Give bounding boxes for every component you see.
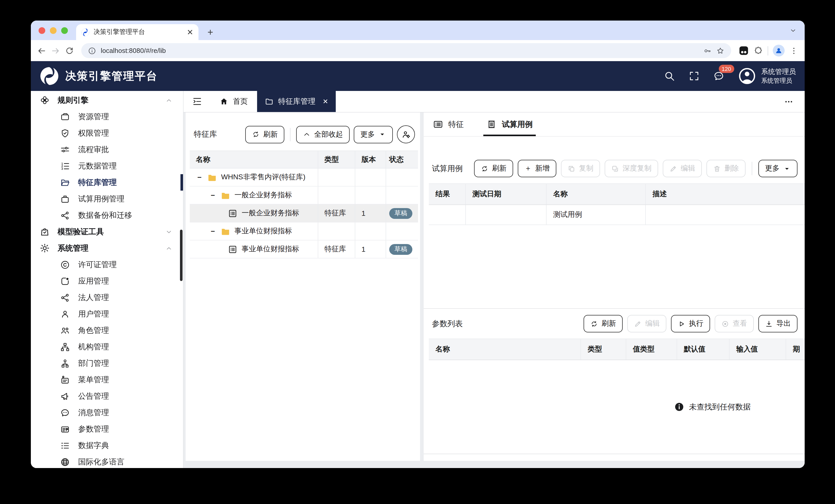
share-icon <box>60 210 70 220</box>
sidebar-item-testcase-mgmt[interactable]: 试算用例管理 <box>31 191 183 207</box>
new-tab-button[interactable]: + <box>203 24 218 40</box>
address-bar[interactable]: localhost:8080/#/re/lib <box>81 43 731 58</box>
sidebar-item-message-mgmt[interactable]: 消息管理 <box>31 404 183 421</box>
more-button[interactable]: 更多 <box>758 160 797 177</box>
tree-row-general-library-selected[interactable]: 一般企业财务指标 特征库 1 草稿 <box>190 205 418 223</box>
sidebar-item-permission-mgmt[interactable]: 权限管理 <box>31 125 183 141</box>
tab-close-icon[interactable]: ✕ <box>187 28 193 36</box>
parameter-title: 参数列表 <box>432 319 463 329</box>
fullscreen-icon[interactable] <box>688 70 699 82</box>
testcase-row[interactable]: 测试用例 <box>429 205 805 225</box>
back-button[interactable] <box>37 46 46 55</box>
tree-row-institution-library[interactable]: 事业单位财报指标 特征库 1 草稿 <box>190 240 418 258</box>
chevron-down-icon[interactable] <box>166 228 172 235</box>
tab-close-icon[interactable]: ✕ <box>323 98 328 105</box>
edit-button[interactable]: 编辑 <box>627 315 666 332</box>
export-button[interactable]: 导出 <box>758 315 797 332</box>
maximize-window-button[interactable] <box>61 27 68 34</box>
tree-row-whns[interactable]: − WHNS非零售内评(特征库) <box>190 169 418 187</box>
sidebar-item-resource-mgmt[interactable]: 资源管理 <box>31 108 183 125</box>
folder-tab-icon <box>265 97 273 106</box>
tab-feature-library-active[interactable]: 特征库管理 ✕ <box>257 91 336 112</box>
refresh-button[interactable]: 刷新 <box>584 315 623 332</box>
search-icon[interactable] <box>664 70 675 82</box>
window-controls <box>39 27 68 34</box>
tree-collapse-icon[interactable]: − <box>209 191 217 200</box>
bookmark-star-icon[interactable] <box>716 46 725 55</box>
dark-extension-icon[interactable] <box>738 45 749 56</box>
refresh-icon <box>590 320 598 328</box>
toolbar-divider <box>290 128 290 141</box>
forward-button[interactable] <box>51 46 60 55</box>
page-tab-bar: 首页 特征库管理 ✕ <box>184 91 805 112</box>
refresh-button[interactable]: 刷新 <box>474 160 513 177</box>
user-settings-round-button[interactable] <box>397 125 415 143</box>
sidebar-item-license-mgmt[interactable]: 许可证管理 <box>31 256 183 273</box>
collapse-all-button[interactable]: 全部收起 <box>296 126 350 143</box>
chevron-up-icon[interactable] <box>166 97 172 104</box>
copyright-icon <box>60 260 70 270</box>
sidebar-item-workflow-approval[interactable]: 流程审批 <box>31 141 183 158</box>
tab-overflow-chevron-icon[interactable] <box>790 27 796 34</box>
sidebar-item-role-mgmt[interactable]: 角色管理 <box>31 322 183 339</box>
view-button[interactable]: 查看 <box>715 315 754 332</box>
tab-test-cases-active[interactable]: 试算用例 <box>486 112 533 136</box>
sidebar-item-i18n[interactable]: 国际化多语言 <box>31 454 183 468</box>
app-square-icon <box>60 276 70 286</box>
browser-profile-avatar[interactable] <box>773 45 785 57</box>
close-window-button[interactable] <box>39 27 45 34</box>
sidebar-group-rule-engine[interactable]: 规则引擎 <box>31 92 183 108</box>
sidebar-item-announcement-mgmt[interactable]: 公告管理 <box>31 388 183 404</box>
sidebar-scrollbar-thumb[interactable] <box>180 230 183 281</box>
horizontal-scrollbar-track[interactable] <box>424 454 805 461</box>
browser-tab[interactable]: 决策引擎管理平台 ✕ <box>76 24 199 40</box>
minimize-window-button[interactable] <box>50 27 57 34</box>
copy-button[interactable]: 复制 <box>561 160 600 177</box>
delete-button[interactable]: 删除 <box>707 160 746 177</box>
refresh-icon <box>481 165 488 172</box>
more-button[interactable]: 更多 <box>354 126 393 143</box>
extensions-puzzle-icon[interactable] <box>754 46 763 55</box>
status-badge: 草稿 <box>389 208 412 218</box>
sidebar-item-data-backup-migration[interactable]: 数据备份和迁移 <box>31 207 183 224</box>
execute-button[interactable]: 执行 <box>671 315 710 332</box>
tab-features[interactable]: 特征 <box>433 112 464 136</box>
tab-actions-ellipsis-icon[interactable] <box>784 97 793 106</box>
tree-row-institution-folder[interactable]: − 事业单位财报指标 <box>190 223 418 240</box>
folder-icon <box>60 112 70 122</box>
site-info-icon[interactable] <box>88 46 96 55</box>
refresh-button[interactable]: 刷新 <box>245 126 284 143</box>
sidebar-item-menu-mgmt[interactable]: 菜单管理 <box>31 372 183 388</box>
download-icon <box>765 320 773 328</box>
user-role: 系统管理员 <box>761 77 796 85</box>
app-logo <box>40 66 59 86</box>
edit-button[interactable]: 编辑 <box>663 160 702 177</box>
sidebar-item-legal-entity-mgmt[interactable]: 法人管理 <box>31 289 183 306</box>
user-menu[interactable]: 系统管理员 系统管理员 <box>737 67 796 85</box>
sidebar-item-feature-library-mgmt[interactable]: 特征库管理 <box>31 174 183 191</box>
sidebar-group-system-mgmt[interactable]: 系统管理 <box>31 240 183 256</box>
tab-title: 决策引擎管理平台 <box>94 28 183 37</box>
reload-button[interactable] <box>65 46 74 55</box>
sidebar-item-data-dictionary[interactable]: 数据字典 <box>31 437 183 454</box>
browser-menu-kebab-icon[interactable] <box>789 46 798 55</box>
collapse-sidebar-button[interactable] <box>184 91 210 112</box>
sidebar-group-model-validation[interactable]: 模型验证工具 <box>31 224 183 240</box>
sidebar-item-user-mgmt[interactable]: 用户管理 <box>31 306 183 322</box>
chevron-up-icon[interactable] <box>166 245 172 251</box>
password-key-icon[interactable] <box>704 46 712 55</box>
deep-copy-button[interactable]: 深度复制 <box>605 160 658 177</box>
add-button[interactable]: ＋ 新增 <box>518 160 556 177</box>
tab-home[interactable]: 首页 <box>210 91 257 112</box>
url-text[interactable]: localhost:8080/#/re/lib <box>101 47 699 55</box>
sidebar-item-app-mgmt[interactable]: 应用管理 <box>31 273 183 289</box>
sidebar-item-parameter-mgmt[interactable]: 参数管理 <box>31 421 183 437</box>
sidebar-item-department-mgmt[interactable]: 部门管理 <box>31 355 183 372</box>
tree-collapse-icon[interactable]: − <box>209 227 217 235</box>
messages-button[interactable]: 120 <box>713 70 724 82</box>
sidebar-item-organization-mgmt[interactable]: 机构管理 <box>31 339 183 355</box>
tree-row-general-folder[interactable]: − 一般企业财务指标 <box>190 187 418 205</box>
tree-collapse-icon[interactable]: − <box>196 173 203 181</box>
browser-tab-strip: 决策引擎管理平台 ✕ + <box>31 21 805 40</box>
sidebar-item-metadata-mgmt[interactable]: 元数据管理 <box>31 158 183 174</box>
